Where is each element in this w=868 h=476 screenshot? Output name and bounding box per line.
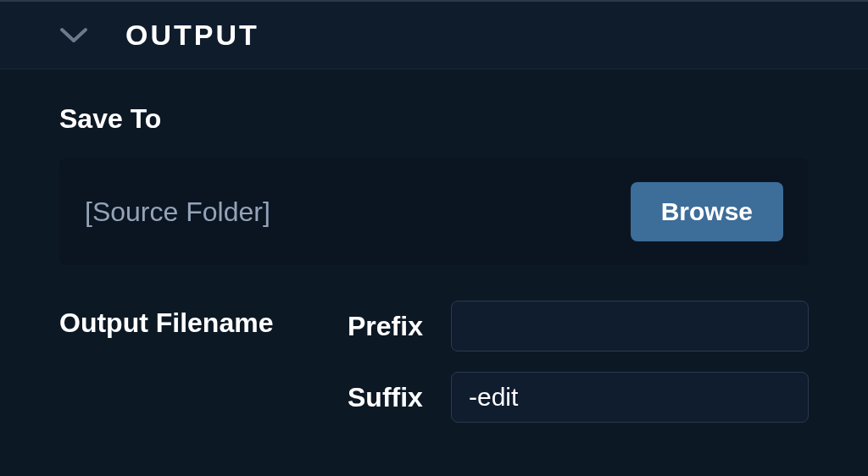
chevron-down-icon bbox=[59, 21, 88, 50]
output-filename-section: Output Filename Prefix Suffix bbox=[59, 301, 809, 423]
prefix-input[interactable] bbox=[451, 301, 809, 351]
output-content: Save To [Source Folder] Browse Output Fi… bbox=[0, 69, 868, 423]
suffix-input[interactable] bbox=[451, 372, 809, 423]
filename-fields: Prefix Suffix bbox=[348, 301, 809, 423]
prefix-row: Prefix bbox=[348, 301, 809, 351]
section-title: OUTPUT bbox=[125, 19, 259, 52]
save-to-row: [Source Folder] Browse bbox=[59, 158, 809, 265]
output-filename-label: Output Filename bbox=[59, 301, 348, 339]
suffix-row: Suffix bbox=[348, 372, 809, 423]
output-section-header[interactable]: OUTPUT bbox=[0, 2, 868, 69]
suffix-label: Suffix bbox=[348, 382, 432, 413]
browse-button[interactable]: Browse bbox=[631, 182, 783, 241]
save-to-path: [Source Folder] bbox=[85, 196, 270, 228]
save-to-label: Save To bbox=[59, 103, 809, 135]
prefix-label: Prefix bbox=[348, 311, 432, 342]
